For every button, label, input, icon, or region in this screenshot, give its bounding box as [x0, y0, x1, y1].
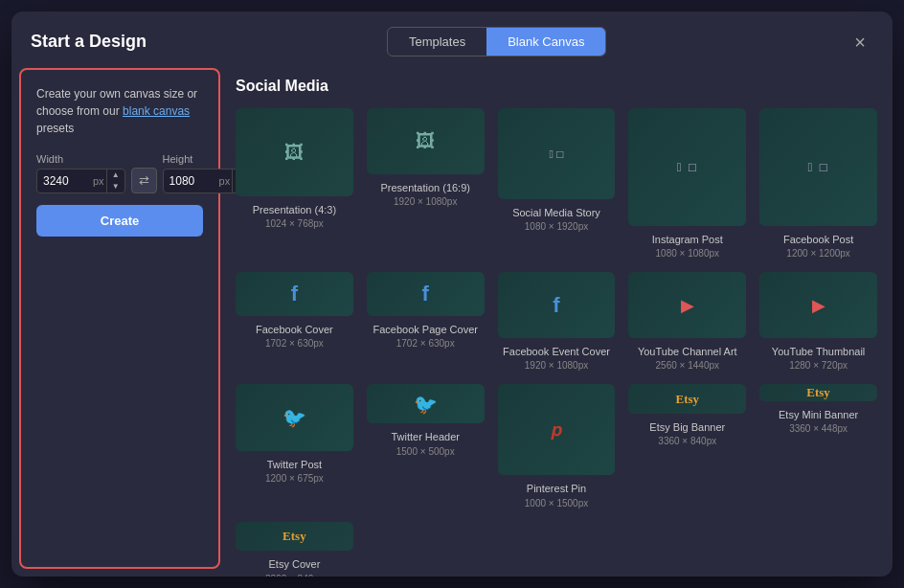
template-dims-facebook-cover: 1702 × 630px	[265, 338, 324, 349]
create-button[interactable]: Create	[36, 205, 203, 237]
swap-button[interactable]: ⇄	[131, 168, 157, 193]
template-dims-twitter-header: 1500 × 500px	[396, 446, 455, 457]
modal-title: Start a Design	[31, 32, 147, 52]
modal-body: Create your own canvas size or choose fr…	[11, 68, 893, 577]
template-etsy-mini-banner[interactable]: Etsy Etsy Mini Banner 3360 × 448px	[759, 384, 877, 508]
image-icon-2: 🖼	[416, 130, 435, 152]
modal: Start a Design Templates Blank Canvas × …	[11, 11, 893, 577]
thumb-presentation-169: 🖼	[367, 108, 485, 174]
template-dims-twitter-post: 1200 × 675px	[265, 473, 324, 484]
tw-icon-2: 🐦	[414, 393, 438, 416]
blank-canvas-link[interactable]: blank canvas	[123, 104, 190, 118]
template-dims-etsy-big-banner: 3360 × 840px	[658, 436, 716, 446]
template-name-etsy-cover: Etsy Cover	[269, 557, 321, 571]
thumb-etsy-mini: Etsy	[759, 384, 877, 401]
template-name-facebook-event-cover: Facebook Event Cover	[503, 345, 610, 358]
fb-icon: f	[291, 282, 298, 306]
template-social-story[interactable]:  □ Social Media Story 1080 × 1920px	[498, 108, 616, 259]
etsy-logo-2: Etsy	[806, 385, 830, 400]
template-facebook-event-cover[interactable]: f Facebook Event Cover 1920 × 1080px	[498, 272, 616, 371]
template-name-twitter-header: Twitter Header	[391, 430, 460, 443]
tab-templates[interactable]: Templates	[388, 28, 486, 56]
thumb-yt-channel: ▶	[628, 272, 746, 338]
template-dims-etsy-cover: 3360 × 840px	[265, 574, 324, 577]
template-facebook-post[interactable]:  □ Facebook Post 1200 × 1200px	[759, 108, 877, 259]
template-name-facebook-post: Facebook Post	[783, 233, 853, 246]
width-label: Width	[36, 153, 125, 165]
thumb-twitter-post: 🐦	[236, 384, 353, 450]
template-name-social-story: Social Media Story	[512, 206, 600, 219]
close-button[interactable]: ×	[847, 29, 873, 56]
template-youtube-channel-art[interactable]: ▶ YouTube Channel Art 2560 × 1440px	[628, 272, 746, 371]
template-dims-youtube-thumbnail: 1280 × 720px	[789, 360, 848, 371]
height-input[interactable]	[164, 170, 219, 192]
template-twitter-header[interactable]: 🐦 Twitter Header 1500 × 500px	[367, 384, 485, 508]
template-etsy-big-banner[interactable]: Etsy Etsy Big Banner 3360 × 840px	[628, 384, 746, 508]
template-name-pinterest-pin: Pinterest Pin	[527, 482, 586, 495]
template-facebook-cover[interactable]: f Facebook Cover 1702 × 630px	[236, 272, 353, 371]
thumb-pinterest: 𝙥	[498, 384, 616, 475]
etsy-logo-3: Etsy	[282, 529, 306, 544]
width-up[interactable]: ▲	[107, 170, 124, 181]
thumb-presentation-43: 🖼	[236, 108, 353, 196]
template-name-etsy-big-banner: Etsy Big Banner	[649, 420, 725, 434]
template-name-presentation-43: Presentation (4:3)	[253, 203, 336, 216]
yt-icon: ▶	[681, 295, 694, 316]
thumb-facebook-post:  □	[759, 108, 877, 226]
image-icon: 🖼	[284, 142, 304, 164]
template-dims-facebook-page-cover: 1702 × 630px	[396, 338, 455, 349]
modal-header: Start a Design Templates Blank Canvas ×	[11, 11, 893, 68]
template-youtube-thumbnail[interactable]: ▶ YouTube Thumbnail 1280 × 720px	[759, 272, 877, 371]
content-area: Social Media 🖼 Presentation (4:3) 1024 ×…	[228, 68, 893, 577]
sidebar-description: Create your own canvas size or choose fr…	[36, 85, 203, 137]
width-unit: px	[93, 175, 106, 187]
template-name-youtube-channel-art: YouTube Channel Art	[638, 345, 737, 358]
template-name-presentation-169: Presentation (16:9)	[380, 181, 470, 194]
fb-icon-3: f	[553, 293, 559, 318]
template-name-instagram-post: Instagram Post	[652, 233, 723, 246]
template-twitter-post[interactable]: 🐦 Twitter Post 1200 × 675px	[236, 384, 353, 508]
pin-icon: 𝙥	[551, 418, 561, 441]
template-dims-presentation-169: 1920 × 1080px	[394, 196, 457, 207]
sidebar: Create your own canvas size or choose fr…	[19, 68, 220, 569]
width-input[interactable]	[37, 170, 93, 192]
template-name-etsy-mini-banner: Etsy Mini Banner	[779, 408, 858, 421]
width-down[interactable]: ▼	[107, 181, 124, 192]
thumb-yt-thumb: ▶	[759, 272, 877, 338]
template-dims-pinterest-pin: 1000 × 1500px	[525, 498, 588, 509]
template-instagram-post[interactable]:  □ Instagram Post 1080 × 1080px	[628, 108, 746, 259]
template-dims-facebook-event-cover: 1920 × 1080px	[525, 360, 588, 371]
thumb-instagram-post:  □	[628, 108, 746, 226]
width-group: Width px ▲ ▼	[36, 153, 125, 193]
template-name-facebook-page-cover: Facebook Page Cover	[373, 323, 477, 336]
thumb-fb-event-cover: f	[498, 272, 616, 338]
dimension-row: Width px ▲ ▼ ⇄ Height px	[36, 152, 203, 193]
thumb-twitter-header: 🐦	[367, 384, 485, 423]
template-name-facebook-cover: Facebook Cover	[256, 323, 333, 336]
templates-grid: 🖼 Presentation (4:3) 1024 × 768px 🖼 Pres…	[236, 108, 877, 577]
template-facebook-page-cover[interactable]: f Facebook Page Cover 1702 × 630px	[367, 272, 485, 371]
width-input-wrapper: px ▲ ▼	[36, 169, 125, 193]
thumb-etsy-cover: Etsy	[236, 522, 353, 552]
thumb-etsy-big: Etsy	[628, 384, 746, 414]
thumb-social-story:  □	[498, 108, 616, 199]
template-dims-facebook-post: 1200 × 1200px	[786, 248, 849, 259]
template-name-twitter-post: Twitter Post	[267, 458, 322, 471]
thumb-fb-page-cover: f	[367, 272, 485, 316]
fb-icon-2: f	[422, 282, 429, 306]
width-spinners: ▲ ▼	[106, 170, 124, 192]
template-dims-youtube-channel-art: 2560 × 1440px	[656, 360, 719, 371]
etsy-logo: Etsy	[676, 392, 700, 407]
section-title: Social Media	[236, 78, 877, 95]
template-dims-etsy-mini-banner: 3360 × 448px	[789, 423, 848, 434]
template-presentation-169[interactable]: 🖼 Presentation (16:9) 1920 × 1080px	[367, 108, 485, 259]
template-etsy-cover[interactable]: Etsy Etsy Cover 3360 × 840px	[236, 522, 353, 577]
thumb-facebook-cover: f	[236, 272, 353, 316]
tab-group: Templates Blank Canvas	[387, 27, 606, 57]
template-dims-instagram-post: 1080 × 1080px	[656, 248, 719, 259]
template-dims-social-story: 1080 × 1920px	[525, 221, 588, 232]
tab-blank-canvas[interactable]: Blank Canvas	[486, 28, 605, 56]
template-presentation-43[interactable]: 🖼 Presentation (4:3) 1024 × 768px	[236, 108, 353, 259]
template-dims-presentation-43: 1024 × 768px	[265, 218, 324, 229]
template-pinterest-pin[interactable]: 𝙥 Pinterest Pin 1000 × 1500px	[498, 384, 616, 508]
